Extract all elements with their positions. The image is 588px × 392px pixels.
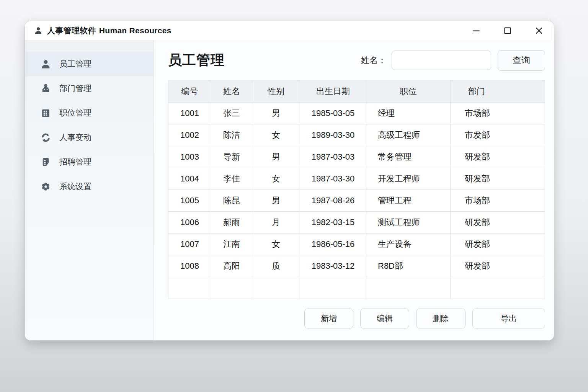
cell-id: 1006 bbox=[168, 212, 211, 234]
table-row[interactable]: 1002 陈洁 女 1989-03-30 高级工程师 市发部 bbox=[168, 124, 545, 146]
cell-position: 开发工程师 bbox=[366, 168, 451, 190]
maximize-button[interactable] bbox=[503, 26, 513, 36]
cell-department: 市发部 bbox=[451, 124, 545, 146]
cell-department: 研发部 bbox=[451, 146, 545, 168]
sidebar-item-label: 职位管理 bbox=[59, 108, 91, 118]
cell-birthdate: 1986-05-16 bbox=[300, 234, 366, 255]
cell-gender: 男 bbox=[252, 146, 300, 168]
sidebar-item-personnel-changes[interactable]: 人事变动 bbox=[25, 125, 154, 150]
cell-name: 李佳 bbox=[211, 168, 252, 190]
cell-id: 1007 bbox=[168, 234, 211, 255]
gear-icon bbox=[41, 181, 51, 192]
cell-name: 陈昆 bbox=[211, 190, 252, 212]
cell-birthdate: 1985-03-05 bbox=[300, 103, 366, 124]
search-input[interactable] bbox=[392, 51, 491, 70]
cell-department: 市场部 bbox=[451, 190, 545, 212]
table-header-row: 编号 姓名 性别 出生日期 职位 部门 bbox=[168, 81, 545, 103]
delete-button[interactable]: 删除 bbox=[416, 309, 466, 328]
column-header-id: 编号 bbox=[168, 81, 211, 103]
user-icon bbox=[41, 59, 51, 69]
table-row[interactable]: 1004 李佳 女 1987-03-30 开发工程师 研发部 bbox=[168, 168, 545, 190]
table-row[interactable]: 1006 郝雨 月 1982-03-15 测试工程师 研发部 bbox=[168, 212, 545, 234]
search-label: 姓名： bbox=[361, 55, 386, 66]
cell-id: 1005 bbox=[168, 190, 211, 212]
column-header-birthdate: 出生日期 bbox=[300, 81, 366, 103]
table-row[interactable]: 1001 张三 男 1985-03-05 经理 市场部 bbox=[168, 103, 545, 124]
document-icon bbox=[41, 157, 51, 167]
sidebar-item-recruitment-management[interactable]: 招聘管理 bbox=[25, 150, 154, 174]
column-header-name: 姓名 bbox=[211, 81, 252, 103]
cell-department: 研发部 bbox=[451, 168, 545, 190]
cell-id: 1001 bbox=[168, 103, 211, 124]
sidebar-item-label: 系统设置 bbox=[59, 181, 91, 192]
column-header-position: 职位 bbox=[366, 81, 451, 103]
sidebar-item-department-management[interactable]: 部门管理 bbox=[25, 76, 154, 101]
window-title-cn: 人事管理软件 bbox=[47, 26, 96, 35]
table-row[interactable]: 1005 陈昆 男 1987-08-26 管理工程 市场部 bbox=[168, 190, 545, 212]
cell-birthdate: 1989-03-30 bbox=[300, 124, 366, 146]
cell-position: 管理工程 bbox=[366, 190, 451, 212]
refresh-icon bbox=[41, 132, 51, 143]
minimize-icon bbox=[472, 26, 481, 35]
column-header-gender: 性别 bbox=[252, 81, 300, 103]
cell-department: 研发部 bbox=[451, 212, 545, 234]
table-row[interactable]: 1008 高阳 质 1983-03-12 R8D部 研发部 bbox=[168, 255, 545, 277]
cell-gender: 女 bbox=[252, 234, 300, 255]
cell-position: 测试工程师 bbox=[366, 212, 451, 234]
cell-name: 郝雨 bbox=[211, 212, 252, 234]
person-icon bbox=[34, 26, 42, 35]
cell-position: 生产设备 bbox=[366, 234, 451, 255]
table-row[interactable]: 1003 导新 男 1987-03-03 常务管理 研发部 bbox=[168, 146, 545, 168]
cell-name: 高阳 bbox=[211, 255, 252, 277]
cell-gender: 女 bbox=[252, 124, 300, 146]
table-row[interactable]: 1007 江南 女 1986-05-16 生产设备 研发部 bbox=[168, 234, 545, 255]
table-row-empty bbox=[168, 277, 545, 299]
sidebar-item-label: 人事变动 bbox=[59, 132, 91, 143]
cell-gender: 质 bbox=[252, 255, 300, 277]
export-button[interactable]: 导出 bbox=[472, 309, 545, 328]
sidebar-item-label: 员工管理 bbox=[59, 59, 91, 69]
column-header-department: 部门 bbox=[451, 81, 545, 103]
cell-id: 1002 bbox=[168, 124, 211, 146]
cell-name: 导新 bbox=[211, 146, 252, 168]
sidebar-item-label: 部门管理 bbox=[59, 83, 91, 94]
building-icon bbox=[41, 108, 51, 118]
cell-id: 1008 bbox=[168, 255, 211, 277]
edit-button[interactable]: 编辑 bbox=[360, 309, 409, 328]
cell-birthdate: 1987-08-26 bbox=[300, 190, 366, 212]
cell-position: 常务管理 bbox=[366, 146, 451, 168]
cell-department: 市场部 bbox=[451, 103, 545, 124]
cell-gender: 月 bbox=[252, 212, 300, 234]
window-controls bbox=[471, 26, 544, 36]
close-icon bbox=[534, 26, 544, 35]
titlebar: 人事管理软件Human Resources bbox=[25, 21, 554, 40]
cell-birthdate: 1987-03-03 bbox=[300, 146, 366, 168]
cell-id: 1004 bbox=[168, 168, 211, 190]
window-title-en: Human Resources bbox=[99, 26, 172, 35]
cell-name: 张三 bbox=[211, 103, 252, 124]
main-content: 员工管理 姓名： 查询 编号 姓名 性别 出生日期 职位 bbox=[154, 40, 554, 340]
cell-birthdate: 1982-03-15 bbox=[300, 212, 366, 234]
cell-name: 陈洁 bbox=[211, 124, 252, 146]
search-button[interactable]: 查询 bbox=[498, 50, 545, 71]
content-header: 员工管理 姓名： 查询 bbox=[168, 40, 545, 80]
cell-department: 研发部 bbox=[451, 255, 545, 277]
maximize-icon bbox=[503, 26, 512, 35]
page-title: 员工管理 bbox=[168, 51, 225, 70]
sidebar-item-system-settings[interactable]: 系统设置 bbox=[25, 174, 154, 199]
cell-position: R8D部 bbox=[366, 255, 451, 277]
cell-birthdate: 1983-03-12 bbox=[300, 255, 366, 277]
cell-name: 江南 bbox=[211, 234, 252, 255]
sidebar-item-position-management[interactable]: 职位管理 bbox=[25, 101, 154, 125]
close-button[interactable] bbox=[534, 26, 544, 36]
employee-table: 编号 姓名 性别 出生日期 职位 部门 1001 张三 男 1985-03-05 bbox=[168, 80, 545, 299]
action-bar: 新增 编辑 删除 导出 bbox=[168, 309, 545, 328]
minimize-button[interactable] bbox=[471, 26, 481, 36]
add-button[interactable]: 新增 bbox=[304, 309, 353, 328]
app-window: 人事管理软件Human Resources bbox=[24, 21, 554, 341]
department-icon bbox=[41, 83, 51, 94]
cell-position: 高级工程师 bbox=[366, 124, 451, 146]
cell-id: 1003 bbox=[168, 146, 211, 168]
sidebar-item-employee-management[interactable]: 员工管理 bbox=[25, 52, 154, 76]
cell-position: 经理 bbox=[366, 103, 451, 124]
